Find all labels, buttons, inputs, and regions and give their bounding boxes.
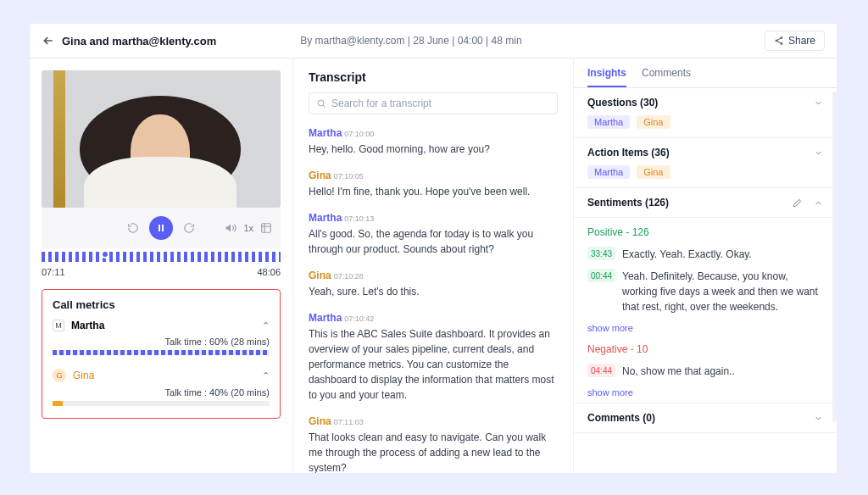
martha-talktime: Talk time : 60% (28 mins)	[53, 336, 270, 347]
transcript-text: All's good. So, the agenda for today is …	[309, 226, 558, 257]
search-icon	[316, 98, 326, 108]
transcript-list: Martha07:10:00Hey, hello. Good morning, …	[309, 125, 558, 473]
tab-comments[interactable]: Comments	[642, 67, 691, 87]
call-meta: By martha@klenty.com | 28 June | 04:00 |…	[300, 35, 521, 47]
app-window: Gina and martha@klenty.com By martha@kle…	[30, 24, 837, 473]
questions-title: Questions (30)	[587, 97, 658, 108]
timestamp-badge: 33:43	[587, 247, 615, 260]
transcript-entry[interactable]: Gina07:10:05Hello! I'm fine, thank you. …	[309, 167, 558, 199]
svg-rect-4	[162, 225, 164, 231]
fullscreen-icon[interactable]	[260, 222, 272, 234]
topbar: Gina and martha@klenty.com By martha@kle…	[30, 24, 837, 58]
chip-martha[interactable]: Martha	[587, 165, 630, 179]
transcript-column: Transcript Search for a transcript Marth…	[292, 58, 574, 473]
sentiment-text: Yeah. Definitely. Because, you know, wor…	[622, 269, 823, 314]
svg-rect-3	[159, 225, 160, 231]
sentiment-text: Exactly. Yeah. Exactly. Okay.	[622, 247, 752, 262]
scrollbar[interactable]	[832, 92, 837, 422]
speaker-martha-row[interactable]: M Martha ⌃	[53, 320, 270, 331]
timestamp: 07:10:05	[334, 172, 364, 181]
call-metrics-panel: Call metrics M Martha ⌃ Talk time : 60% …	[42, 289, 281, 419]
time-labels: 07:11 48:06	[42, 267, 281, 277]
sentiments-title: Sentiments (126)	[587, 197, 669, 209]
forward-icon[interactable]	[183, 222, 195, 234]
tab-insights[interactable]: Insights	[587, 67, 626, 87]
timestamp: 07:10:00	[344, 130, 374, 138]
chevron-down-icon[interactable]	[814, 148, 823, 158]
avatar-martha: M	[53, 320, 64, 331]
speaker-gina-row[interactable]: G Gina ⌃	[53, 369, 270, 382]
transcript-entry[interactable]: Martha07:10:00Hey, hello. Good morning, …	[309, 125, 558, 157]
negative-label: Negative - 10	[574, 338, 837, 360]
pause-button[interactable]	[149, 216, 173, 240]
chevron-down-icon[interactable]	[814, 414, 823, 423]
waveform-seek[interactable]	[42, 252, 281, 262]
speaker-name: Gina	[309, 270, 331, 281]
insights-column: Insights Comments Questions (30) Martha …	[574, 58, 837, 473]
positive-label: Positive - 126	[574, 218, 837, 243]
chip-gina[interactable]: Gina	[637, 115, 670, 129]
chevron-up-icon[interactable]: ⌃	[262, 370, 270, 381]
speed-label[interactable]: 1x	[243, 223, 253, 233]
transcript-search[interactable]: Search for a transcript	[309, 92, 558, 114]
edit-icon[interactable]	[793, 198, 802, 208]
show-more-positive[interactable]: show more	[574, 318, 837, 338]
video-thumbnail[interactable]	[42, 70, 281, 208]
chevron-up-icon[interactable]	[814, 198, 823, 208]
show-more-negative[interactable]: show more	[574, 382, 837, 403]
timestamp: 07:11:03	[334, 418, 364, 426]
share-label: Share	[788, 35, 815, 47]
svg-point-0	[781, 37, 782, 39]
gina-talktime: Talk time : 40% (20 mins)	[53, 387, 270, 398]
transcript-text: Yeah, sure. Let's do this.	[309, 284, 558, 299]
page-title: Gina and martha@klenty.com	[62, 35, 216, 47]
timestamp-badge: 00:44	[587, 269, 615, 282]
metrics-title: Call metrics	[53, 298, 270, 311]
time-current: 07:11	[42, 267, 65, 277]
speaker-name: Martha	[309, 312, 342, 324]
chip-martha[interactable]: Martha	[587, 115, 630, 129]
back-icon[interactable]	[42, 34, 55, 47]
transcript-entry[interactable]: Martha07:10:13All's good. So, the agenda…	[309, 209, 558, 257]
timestamp-badge: 04:44	[587, 364, 615, 377]
rewind-icon[interactable]	[127, 222, 139, 234]
search-placeholder: Search for a transcript	[331, 97, 431, 109]
comments-section[interactable]: Comments (0)	[574, 403, 837, 433]
share-button[interactable]: Share	[765, 31, 825, 51]
transcript-text: That looks clean and easy to navigate. C…	[309, 430, 558, 473]
timestamp: 07:10:28	[334, 272, 364, 281]
timestamp: 07:10:13	[344, 214, 374, 223]
svg-point-1	[776, 40, 777, 42]
speaker-name: Gina	[309, 415, 331, 427]
transcript-entry[interactable]: Gina07:10:28Yeah, sure. Let's do this.	[309, 267, 558, 299]
questions-section[interactable]: Questions (30) Martha Gina	[574, 88, 837, 138]
transcript-text: This is the ABC Sales Suite dashboard. I…	[309, 326, 558, 403]
sentiment-item[interactable]: 00:44Yeah. Definitely. Because, you know…	[574, 265, 837, 318]
chevron-up-icon[interactable]: ⌃	[262, 320, 270, 331]
time-duration: 48:06	[257, 267, 281, 277]
transcript-heading: Transcript	[309, 70, 558, 84]
chip-gina[interactable]: Gina	[637, 165, 670, 179]
volume-icon[interactable]	[225, 222, 236, 234]
speaker-name: Martha	[309, 212, 342, 224]
sentiment-text: No, show me that again..	[622, 364, 735, 379]
speaker-gina-name: Gina	[73, 370, 94, 381]
timestamp: 07:10:42	[344, 314, 374, 323]
speaker-martha-name: Martha	[71, 320, 104, 331]
chevron-down-icon[interactable]	[814, 98, 823, 108]
comments-title: Comments (0)	[587, 412, 655, 424]
transcript-entry[interactable]: Martha07:10:42This is the ABC Sales Suit…	[309, 309, 558, 403]
transcript-entry[interactable]: Gina07:11:03That looks clean and easy to…	[309, 413, 558, 473]
actions-title: Action Items (36)	[587, 147, 670, 159]
svg-rect-5	[262, 224, 271, 233]
insight-tabs: Insights Comments	[574, 58, 837, 88]
transcript-text: Hey, hello. Good morning, how are you?	[309, 142, 558, 157]
actions-section[interactable]: Action Items (36) Martha Gina	[574, 138, 837, 188]
avatar-gina: G	[53, 369, 66, 382]
sentiment-item[interactable]: 04:44No, show me that again..	[574, 360, 837, 382]
sentiment-item[interactable]: 33:43Exactly. Yeah. Exactly. Okay.	[574, 243, 837, 265]
speaker-name: Martha	[309, 127, 342, 139]
left-column: 1x 07:11 48:06 Call metrics M Martha ⌃ T…	[30, 58, 292, 473]
player-controls: 1x	[42, 208, 281, 248]
share-icon	[774, 36, 784, 46]
